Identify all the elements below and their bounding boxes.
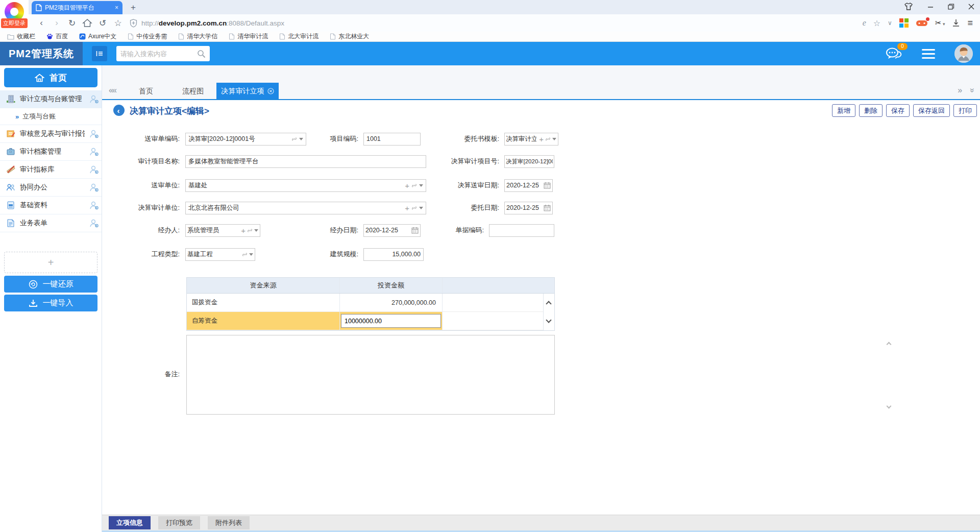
scroll-up-icon[interactable] [546, 301, 551, 306]
back-button[interactable]: ‹ [113, 105, 125, 116]
sidebar-item-audit-archive[interactable]: 审计档案管理 [0, 143, 102, 161]
skin-theme-icon[interactable] [903, 2, 914, 11]
home-icon[interactable] [80, 19, 95, 27]
download-icon[interactable] [952, 19, 960, 27]
entrust-date-input[interactable] [505, 204, 544, 211]
add-icon[interactable]: + [539, 135, 544, 143]
bookmark-item[interactable]: 东北林业大 [330, 32, 369, 41]
sidebar-toggle-button[interactable] [92, 46, 107, 61]
calendar-icon[interactable] [544, 204, 551, 211]
screenshot-scissors-icon[interactable]: ✂ ▾ [935, 18, 945, 28]
sidebar-home-button[interactable]: 首页 [4, 68, 97, 87]
search-icon[interactable] [197, 50, 206, 58]
scroll-down-icon[interactable] [546, 317, 551, 323]
song-shen-unit-input[interactable] [186, 182, 402, 189]
tab-close-icon[interactable] [267, 88, 274, 94]
user-gear-icon[interactable] [89, 129, 99, 138]
calendar-icon[interactable] [544, 182, 551, 189]
user-gear-icon[interactable] [89, 219, 99, 228]
unlink-icon[interactable] [545, 136, 551, 142]
project-type-input[interactable] [186, 251, 240, 258]
browser-logo[interactable]: 立即登录 [0, 0, 29, 29]
scroll-tabs-left-icon[interactable]: «« [109, 86, 116, 95]
dropdown-caret-icon[interactable] [552, 138, 556, 140]
app-menu-icon[interactable] [922, 49, 935, 59]
forward-icon[interactable]: › [49, 18, 64, 28]
user-gear-icon[interactable] [89, 201, 99, 210]
dropdown-caret-icon[interactable] [249, 253, 253, 256]
user-gear-icon[interactable] [89, 165, 99, 174]
sidebar-item-business-forms[interactable]: 业务表单 [0, 214, 102, 232]
table-row-self-fund[interactable]: 自筹资金 [187, 312, 554, 330]
save-button[interactable]: 保存 [886, 104, 910, 117]
handler-input[interactable] [186, 227, 239, 234]
template-input[interactable] [505, 135, 537, 142]
tab-setup-info[interactable]: 立项信息 [109, 516, 151, 529]
remark-textarea[interactable] [186, 335, 555, 415]
add-button[interactable]: 新增 [832, 104, 855, 117]
table-row-state-fund[interactable]: 国拨资金 270,000,000.00 [187, 294, 554, 312]
unlink-icon[interactable] [242, 252, 248, 257]
bookmark-star-icon[interactable]: ☆ [873, 18, 880, 28]
global-search[interactable] [116, 46, 210, 61]
doc-code-input[interactable] [489, 224, 554, 237]
sidebar-item-base-data[interactable]: 基础资料 [0, 197, 102, 214]
sidebar-item-audit-indicators[interactable]: 审计指标库 [0, 161, 102, 179]
bookmark-item[interactable]: 清华审计流 [229, 32, 268, 41]
browser-tab-active[interactable]: PM2项目管理平台 × [32, 1, 122, 14]
tab-attachment-list[interactable]: 附件列表 [208, 516, 250, 529]
bookmark-item[interactable]: 中传业务需 [128, 32, 167, 41]
back-icon[interactable]: ‹ [34, 18, 49, 28]
restore-icon[interactable] [947, 3, 954, 10]
sidebar-item-collaboration[interactable]: 协同办公 [0, 179, 102, 197]
sidebar-subitem-setup-ledger[interactable]: » 立项与台账 [0, 108, 102, 125]
delete-button[interactable]: 删除 [859, 104, 883, 117]
login-now-badge[interactable]: 立即登录 [1, 18, 28, 28]
collapse-tabs-icon[interactable]: » [968, 88, 977, 93]
print-button[interactable]: 打印 [953, 104, 977, 117]
minimize-icon[interactable] [927, 3, 934, 10]
game-center-icon[interactable] [916, 19, 928, 27]
unlink-icon[interactable] [247, 228, 253, 233]
table-scrollbar[interactable] [543, 294, 554, 330]
one-key-import-button[interactable]: 一键导入 [4, 295, 97, 311]
tab-final-audit-setup[interactable]: 决算审计立项 [216, 83, 279, 99]
build-scale-input[interactable] [363, 248, 424, 261]
browser-menu-icon[interactable]: ≡ [967, 18, 973, 29]
fund-amount-input[interactable] [341, 314, 441, 328]
bookmark-axure[interactable]: Axure中文 [79, 32, 116, 41]
scroll-tabs-right-icon[interactable]: » [958, 86, 962, 95]
apps-grid-icon[interactable] [899, 18, 909, 28]
undo-icon[interactable]: ↺ [95, 18, 110, 29]
user-gear-icon[interactable] [89, 183, 99, 192]
audit-unit-input[interactable] [186, 204, 402, 211]
search-input[interactable] [120, 50, 197, 58]
bookmark-baidu[interactable]: 百度 [46, 32, 68, 41]
address-bar[interactable]: http://develop.pm2.com.cn:8088/Default.a… [130, 19, 808, 28]
refresh-icon[interactable]: ↻ [64, 18, 80, 29]
tab-close-icon[interactable]: × [115, 4, 118, 11]
one-key-restore-button[interactable]: 一键还原 [4, 276, 97, 293]
user-avatar[interactable] [954, 44, 973, 63]
final-send-date-input[interactable] [505, 182, 544, 189]
user-gear-icon[interactable] [89, 94, 99, 104]
chevron-down-icon[interactable]: ∨ [888, 19, 892, 27]
sidebar-item-audit-setup[interactable]: 审计立项与台账管理 [0, 90, 102, 108]
save-return-button[interactable]: 保存返回 [913, 104, 950, 117]
final-audit-no-input[interactable] [504, 155, 554, 168]
close-icon[interactable] [968, 3, 975, 10]
user-gear-icon[interactable] [89, 147, 99, 156]
tab-home[interactable]: 首页 [122, 83, 169, 99]
bookmark-item[interactable]: 清华大学信 [178, 32, 217, 41]
messages-button[interactable]: 0 [885, 47, 902, 60]
bookmark-folder[interactable]: 收藏栏 [7, 32, 35, 41]
bookmark-item[interactable]: 北大审计流 [279, 32, 318, 41]
add-module-button[interactable]: + [4, 252, 97, 273]
tab-print-preview[interactable]: 打印预览 [158, 516, 200, 529]
favorite-star-icon[interactable]: ☆ [110, 18, 126, 29]
tab-flowchart[interactable]: 流程图 [169, 83, 216, 99]
add-icon[interactable]: + [241, 227, 246, 234]
sidebar-item-review-report[interactable]: 审核意见表与审计报告 [0, 125, 102, 143]
ie-compat-icon[interactable]: e [863, 18, 866, 28]
new-tab-button[interactable]: + [131, 3, 136, 13]
